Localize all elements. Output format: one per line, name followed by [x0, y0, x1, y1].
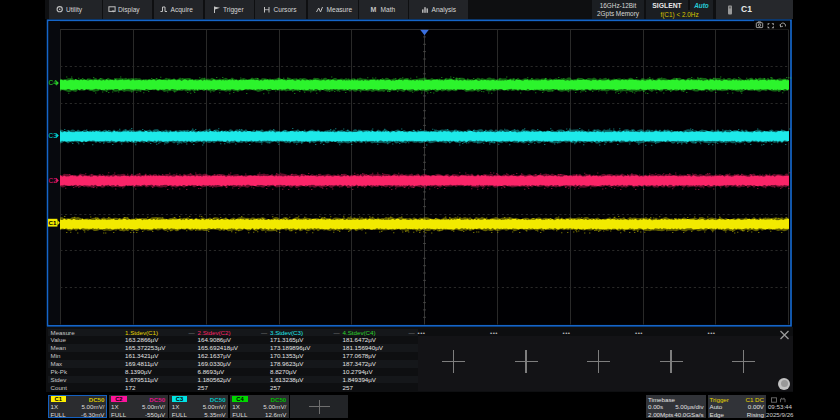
svg-text:C4: C4 [49, 79, 58, 86]
svg-text:C3: C3 [49, 132, 58, 139]
svg-text:C2: C2 [49, 177, 58, 184]
svg-text:M: M [371, 6, 377, 13]
svg-text:C1: C1 [49, 219, 57, 226]
